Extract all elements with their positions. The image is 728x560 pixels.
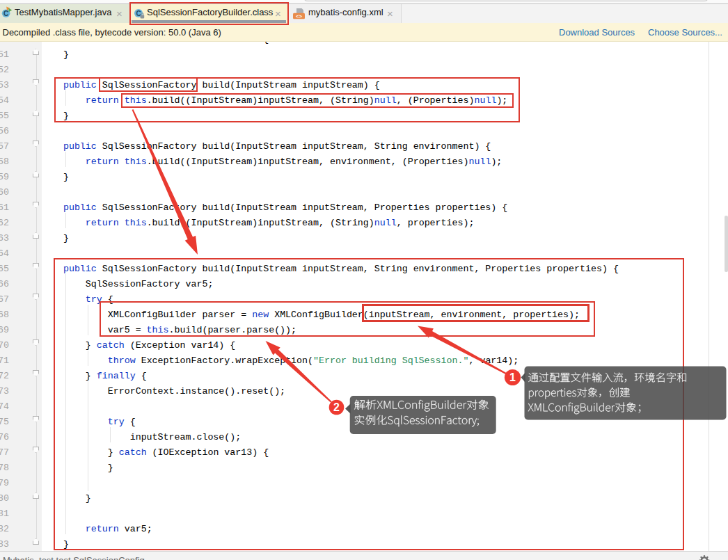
svg-text:2: 2	[333, 401, 340, 413]
svg-text:1: 1	[509, 371, 516, 383]
